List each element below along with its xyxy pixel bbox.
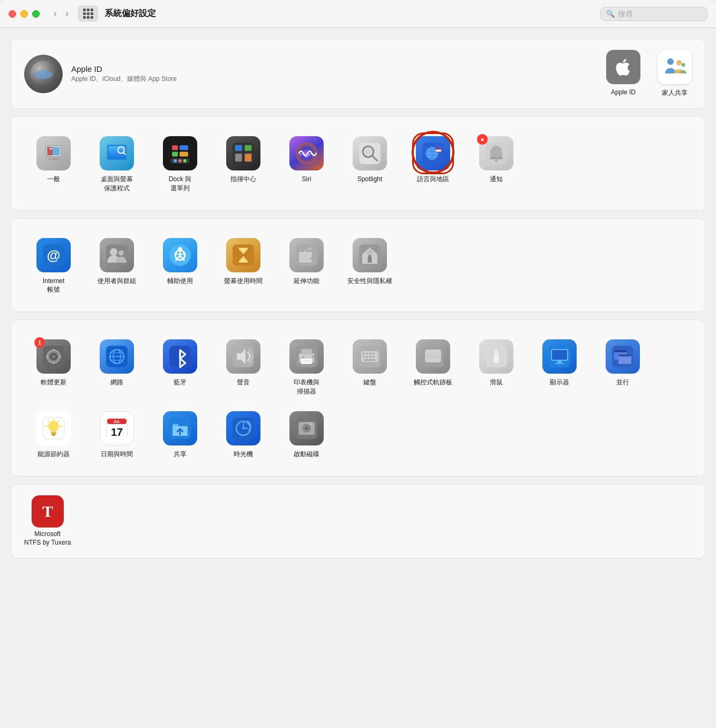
pref-bluetooth[interactable]: 藍牙 [151, 333, 210, 400]
search-icon: 🔍 [606, 10, 615, 18]
pref-mcc[interactable]: 指揮中心 [214, 130, 273, 197]
svg-rect-72 [53, 362, 55, 364]
back-button[interactable]: ‹ [50, 7, 60, 20]
trackpad-icon [416, 339, 450, 374]
access-label: 輔助使用 [167, 277, 193, 286]
internet-label: Internet帳號 [43, 277, 65, 295]
svg-text:@: @ [47, 247, 60, 263]
user-name: Apple ID [71, 64, 177, 73]
general-label: 一般 [47, 175, 60, 184]
search-box[interactable]: 🔍 [600, 7, 707, 21]
access-icon [163, 238, 197, 272]
pref-display[interactable]: 顯示器 [530, 333, 589, 400]
timemachine-label: 時光機 [234, 450, 253, 459]
extensions-label: 延伸功能 [294, 277, 319, 286]
general-svg [43, 143, 64, 164]
pref-printer[interactable]: 印表機與掃描器 [277, 333, 336, 400]
langregion-svg [421, 142, 445, 165]
pref-datetime[interactable]: JUL 17 日期與時間 [87, 405, 146, 463]
spotlight-label: Spotlight [357, 175, 383, 184]
desktop-label: 桌面與螢幕保護程式 [101, 175, 133, 193]
section2-grid: @ Internet帳號 使用者與群組 [24, 232, 692, 299]
mcc-svg [232, 142, 255, 165]
extensions-icon [289, 238, 324, 272]
svg-rect-101 [369, 356, 371, 358]
pref-access[interactable]: 輔助使用 [151, 232, 210, 299]
pref-desktop[interactable]: 桌面與螢幕保護程式 [87, 130, 146, 197]
pref-internet[interactable]: @ Internet帳號 [24, 232, 83, 299]
service-family[interactable]: 家人共享 [658, 50, 692, 98]
pref-general[interactable]: 一般 [24, 130, 83, 197]
spotlight-icon [353, 136, 387, 170]
pref-network[interactable]: 網路 [87, 333, 146, 400]
apple-icon [613, 56, 634, 78]
pref-energy[interactable]: 能源節約器 [24, 405, 83, 463]
dock-label: Dock 與選單列 [169, 175, 192, 193]
avatar[interactable] [24, 55, 63, 93]
svg-rect-100 [366, 356, 368, 358]
search-input[interactable] [618, 10, 702, 18]
pref-spotlight[interactable]: Spotlight [340, 130, 399, 197]
svg-rect-122 [52, 435, 55, 436]
pref-security[interactable]: 安全性與隱私權 [340, 232, 399, 299]
grid-view-button[interactable] [78, 6, 98, 21]
sharing-icon [163, 411, 197, 445]
pref-users[interactable]: 使用者與群組 [87, 232, 146, 299]
maximize-button[interactable] [32, 10, 40, 18]
pref-tuxera[interactable]: T MicrosoftNTFS by Tuxera [24, 495, 71, 548]
service-apple-id[interactable]: Apple ID [606, 50, 640, 96]
sound-label: 聲音 [237, 378, 250, 387]
mouse-icon [479, 339, 513, 374]
pref-software[interactable]: 1 軟體更新 [24, 333, 83, 400]
pref-langregion[interactable]: 語言與地區 [404, 130, 463, 197]
pref-parallel[interactable]: 並行 [593, 333, 652, 400]
pref-dock[interactable]: Dock 與選單列 [151, 130, 210, 197]
pref-screentime[interactable]: 螢幕使用時間 [214, 232, 273, 299]
svg-rect-45 [436, 150, 441, 152]
pref-notif[interactable]: ● 通知 [467, 130, 526, 197]
energy-label: 能源節約器 [38, 450, 70, 459]
network-label: 網路 [110, 378, 123, 387]
network-icon [100, 339, 134, 374]
pref-startup[interactable]: 啟動磁碟 [277, 405, 336, 463]
svg-point-120 [48, 421, 59, 432]
desktop-svg [105, 142, 129, 165]
bluetooth-label: 藍牙 [174, 378, 187, 387]
pref-timemachine[interactable]: 時光機 [214, 405, 273, 463]
svg-rect-73 [46, 355, 48, 358]
display-label: 顯示器 [550, 378, 569, 387]
tuxera-icon: T [32, 495, 64, 528]
pref-keyboard[interactable]: 鍵盤 [340, 333, 399, 400]
user-left: Apple ID Apple ID、iCloud、媒體與 App Store [24, 55, 177, 93]
software-icon: 1 [36, 339, 71, 374]
notif-label: 通知 [490, 175, 503, 184]
svg-rect-31 [245, 154, 251, 161]
user-services: Apple ID 家人共享 [606, 50, 692, 98]
svg-text:17: 17 [111, 426, 123, 438]
notif-badge: ● [477, 134, 488, 145]
svg-rect-121 [51, 434, 56, 435]
pref-trackpad[interactable]: 觸控式軌跡板 [404, 333, 463, 400]
timemachine-icon [226, 411, 260, 445]
svg-point-48 [495, 159, 498, 162]
siri-svg [295, 142, 318, 165]
keyboard-icon [353, 339, 387, 374]
notif-icon: ● [479, 136, 513, 170]
notif-svg [484, 142, 508, 165]
svg-rect-65 [368, 257, 372, 263]
svg-point-1 [676, 60, 682, 65]
pref-mouse[interactable]: 滑鼠 [467, 333, 526, 400]
svg-text:JUL: JUL [113, 420, 121, 424]
pref-sharing[interactable]: 共享 [151, 405, 210, 463]
section4: T MicrosoftNTFS by Tuxera [11, 484, 705, 559]
pref-extensions[interactable]: 延伸功能 [277, 232, 336, 299]
minimize-button[interactable] [20, 10, 28, 18]
forward-button[interactable]: › [62, 7, 72, 20]
svg-rect-15 [172, 145, 178, 150]
pref-sound[interactable]: 聲音 [214, 333, 273, 400]
close-button[interactable] [9, 10, 16, 18]
svg-point-21 [178, 159, 182, 162]
svg-rect-105 [425, 350, 441, 362]
pref-siri[interactable]: Siri [277, 130, 336, 197]
trackpad-label: 觸控式軌跡板 [414, 378, 452, 387]
